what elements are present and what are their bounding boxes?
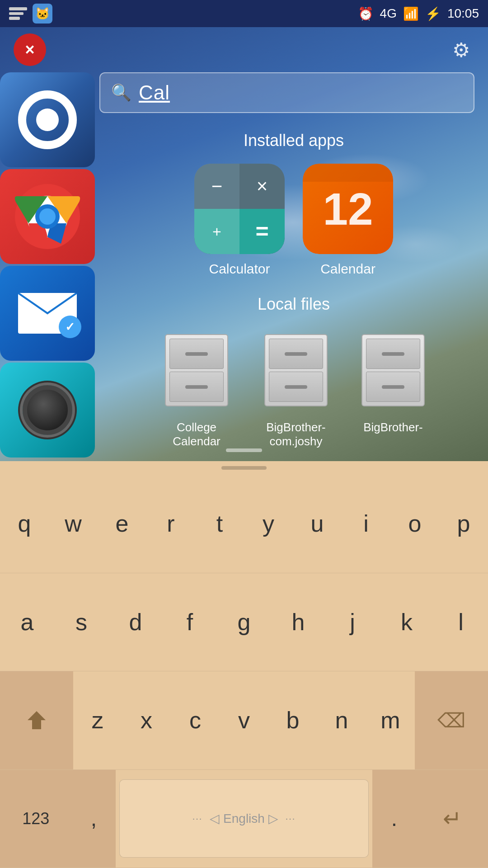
sidebar-app-email[interactable]: ✓ bbox=[0, 266, 95, 361]
key-t[interactable]: t bbox=[195, 475, 244, 573]
search-bar[interactable]: 🔍 Cal bbox=[99, 72, 474, 113]
time-display: 10:05 bbox=[447, 6, 479, 21]
app-item-college-calendar[interactable]: College Calendar bbox=[151, 327, 242, 448]
key-o[interactable]: o bbox=[390, 475, 439, 573]
keyboard-row-2: a s d f g h j k l bbox=[0, 573, 488, 672]
app-area: × ⚙ bbox=[0, 27, 488, 461]
key-p[interactable]: p bbox=[439, 475, 488, 573]
key-u[interactable]: u bbox=[293, 475, 342, 573]
key-m[interactable]: m bbox=[366, 671, 415, 769]
period-key[interactable]: . bbox=[372, 770, 417, 868]
key-i[interactable]: i bbox=[342, 475, 390, 573]
svg-marker-5 bbox=[28, 711, 46, 729]
calc-plus: + bbox=[194, 209, 239, 254]
ubuntu-icon bbox=[0, 72, 95, 167]
calculator-icon: − × + = bbox=[194, 164, 285, 254]
key-h[interactable]: h bbox=[271, 573, 325, 671]
drag-pill bbox=[221, 466, 267, 470]
email-icon: ✓ bbox=[0, 266, 95, 361]
chrome-icon bbox=[0, 169, 95, 264]
svg-point-3 bbox=[39, 208, 56, 225]
bigbrother-icon-container bbox=[350, 327, 436, 413]
status-bar: 🐱 ⏰ 4G 📶 ⚡ 10:05 bbox=[0, 0, 488, 27]
drawer-2 bbox=[169, 372, 224, 402]
key-c[interactable]: c bbox=[171, 671, 220, 769]
key-n[interactable]: n bbox=[317, 671, 366, 769]
local-files-title: Local files bbox=[99, 295, 488, 314]
enter-key[interactable]: ↵ bbox=[416, 770, 488, 868]
calendar-top-strip bbox=[303, 164, 393, 182]
key-j[interactable]: j bbox=[325, 573, 380, 671]
main-content: Installed apps − × + = Calculator bbox=[99, 122, 488, 461]
calculator-icon-container: − × + = bbox=[194, 164, 285, 254]
file-cabinet-3 bbox=[361, 334, 425, 406]
bolt-icon: ⚡ bbox=[425, 6, 441, 21]
key-s[interactable]: s bbox=[54, 573, 108, 671]
status-left: 🐱 bbox=[9, 4, 52, 24]
keyboard-drag-handle[interactable] bbox=[0, 461, 488, 475]
calc-multiply: × bbox=[239, 164, 285, 209]
calc-equals: = bbox=[239, 209, 285, 254]
email-envelope: ✓ bbox=[18, 293, 77, 334]
signal-icon: 📶 bbox=[403, 6, 419, 21]
local-files-row: College Calendar BigBrother-com.joshy bbox=[99, 327, 488, 448]
shift-key[interactable] bbox=[0, 671, 73, 769]
space-label: ◁ English ▷ bbox=[210, 811, 278, 826]
file-cabinet-1 bbox=[165, 334, 228, 406]
key-g[interactable]: g bbox=[217, 573, 271, 671]
key-a[interactable]: a bbox=[0, 573, 54, 671]
key-l[interactable]: l bbox=[434, 573, 488, 671]
numbers-key[interactable]: 123 bbox=[0, 770, 72, 868]
app-item-bigbrother[interactable]: BigBrother- bbox=[350, 327, 436, 448]
key-z[interactable]: z bbox=[73, 671, 122, 769]
key-e[interactable]: e bbox=[98, 475, 146, 573]
cat-app-icon: 🐱 bbox=[33, 4, 52, 24]
network-label: 4G bbox=[380, 6, 397, 21]
keyboard-row-1: q w e r t y u i o p bbox=[0, 475, 488, 573]
backspace-icon: ⌫ bbox=[437, 709, 465, 732]
shift-icon bbox=[25, 709, 48, 731]
key-y[interactable]: y bbox=[244, 475, 293, 573]
close-button[interactable]: × bbox=[14, 33, 46, 66]
ubuntu-circle bbox=[18, 90, 77, 149]
space-dots-right: ··· bbox=[286, 813, 296, 824]
college-calendar-label: College Calendar bbox=[151, 420, 242, 448]
comma-key[interactable]: , bbox=[72, 770, 116, 868]
backspace-key[interactable]: ⌫ bbox=[415, 671, 488, 769]
calendar-number: 12 bbox=[323, 183, 373, 235]
key-w[interactable]: w bbox=[49, 475, 98, 573]
status-right: ⏰ 4G 📶 ⚡ 10:05 bbox=[358, 6, 479, 21]
key-d[interactable]: d bbox=[108, 573, 163, 671]
key-q[interactable]: q bbox=[0, 475, 49, 573]
camera-lens bbox=[23, 385, 72, 435]
drawer-6 bbox=[366, 372, 420, 402]
bigbrother-joshy-icon bbox=[253, 327, 339, 413]
sidebar: ✓ bbox=[0, 72, 95, 459]
space-key[interactable]: ··· ◁ English ▷ ··· bbox=[119, 779, 368, 858]
keyboard: q w e r t y u i o p a s d f g h j k l z … bbox=[0, 461, 488, 868]
key-v[interactable]: v bbox=[220, 671, 268, 769]
search-icon: 🔍 bbox=[111, 83, 131, 102]
drawer-4 bbox=[269, 372, 323, 402]
sidebar-app-ubuntu[interactable] bbox=[0, 72, 95, 167]
calendar-label: Calendar bbox=[320, 261, 375, 277]
app-item-calendar[interactable]: 12 Calendar bbox=[303, 164, 393, 277]
app-item-bigbrother-joshy[interactable]: BigBrother-com.joshy bbox=[251, 327, 341, 448]
sidebar-app-chrome[interactable] bbox=[0, 169, 95, 264]
college-calendar-icon-container bbox=[154, 327, 239, 413]
key-b[interactable]: b bbox=[268, 671, 317, 769]
bigbrother-label: BigBrother- bbox=[363, 420, 423, 434]
key-f[interactable]: f bbox=[163, 573, 217, 671]
search-query: Cal bbox=[139, 81, 170, 104]
settings-button[interactable]: ⚙ bbox=[447, 36, 474, 63]
calc-minus: − bbox=[194, 164, 239, 209]
calendar-icon: 12 bbox=[303, 164, 393, 254]
key-x[interactable]: x bbox=[122, 671, 171, 769]
key-k[interactable]: k bbox=[380, 573, 434, 671]
bigbrother-joshy-label: BigBrother-com.joshy bbox=[251, 420, 341, 448]
key-r[interactable]: r bbox=[146, 475, 195, 573]
sidebar-app-camera[interactable] bbox=[0, 363, 95, 458]
file-cabinet-2 bbox=[264, 334, 328, 406]
bigbrother-icon bbox=[350, 327, 436, 413]
app-item-calculator[interactable]: − × + = Calculator bbox=[194, 164, 285, 277]
